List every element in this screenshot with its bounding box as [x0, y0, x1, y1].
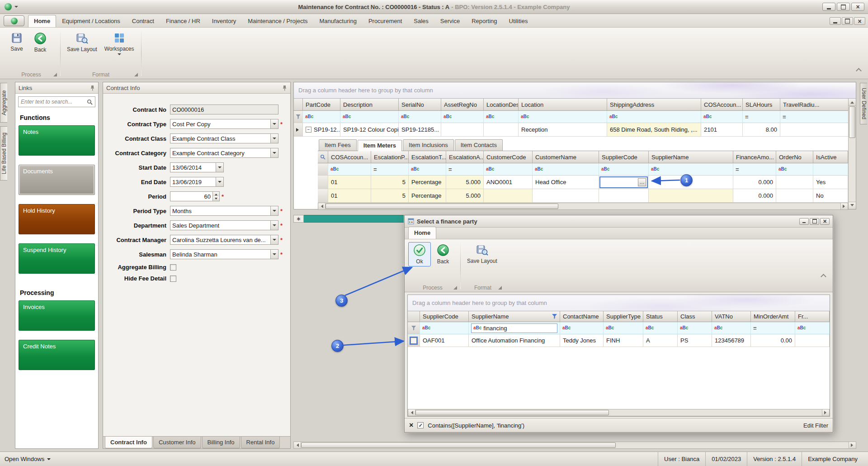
cell-suppliercode[interactable]: OAF001 — [420, 334, 469, 347]
column-header-suppliercode[interactable]: SupplierCode — [599, 151, 649, 163]
tab-home[interactable]: Home — [28, 15, 56, 27]
column-header-contactname[interactable]: ContactName — [560, 311, 604, 322]
column-header-partcode[interactable]: PartCode — [303, 99, 340, 111]
filter-cell-location[interactable] — [519, 111, 607, 123]
filter-cell-travelradius[interactable] — [780, 111, 856, 123]
supplier-row-select-cell[interactable] — [408, 334, 420, 347]
credit-notes-button[interactable]: Credit Notes — [19, 340, 95, 370]
filter-cell[interactable] — [328, 163, 371, 176]
cell-escalationp[interactable]: 5 — [371, 176, 409, 189]
tab-finance-hr[interactable]: Finance / HR — [160, 15, 206, 27]
cell-description[interactable]: SP19-12 Colour Copier — [340, 123, 399, 137]
filter-cell-assetregno[interactable] — [441, 111, 484, 123]
cell-location[interactable]: Reception — [519, 123, 607, 137]
tab-item-contacts[interactable]: Item Contacts — [455, 139, 503, 151]
filter-cell-fr[interactable] — [795, 322, 830, 334]
dropdown-arrow-icon[interactable] — [270, 250, 278, 259]
tab-service[interactable]: Service — [434, 15, 466, 27]
dialog-horizontal-scrollbar[interactable] — [408, 409, 830, 416]
column-header-orderno[interactable]: OrderNo — [776, 151, 813, 163]
column-header-cosaccount[interactable]: COSAccoun... — [701, 99, 743, 111]
cell-orderno[interactable] — [776, 176, 813, 189]
invoices-button[interactable]: Invoices — [19, 300, 95, 331]
ok-button[interactable]: Ok — [408, 242, 431, 266]
column-header-escalationa[interactable]: EscalationA... — [446, 151, 484, 163]
cell-cosaccount[interactable]: 2101 — [701, 123, 743, 137]
filter-cell-suppliercode[interactable] — [420, 322, 469, 334]
column-header-vatno[interactable]: VATNo — [712, 311, 751, 322]
column-header-serialno[interactable]: SerialNo — [399, 99, 441, 111]
column-header-customername[interactable]: CustomerName — [533, 151, 599, 163]
spin-down-icon[interactable] — [213, 196, 219, 201]
equipment-row[interactable]: SP19-12... SP19-12 Colour Copier SP19-12… — [294, 123, 856, 137]
filter-cell-serialno[interactable] — [399, 111, 441, 123]
pin-icon[interactable] — [90, 85, 95, 91]
group-dialog-launcher-icon[interactable] — [53, 73, 57, 76]
filter-cell[interactable] — [446, 163, 484, 176]
filter-cell-shippingaddress[interactable] — [607, 111, 701, 123]
column-header-suppliercode[interactable]: SupplierCode — [420, 311, 469, 322]
suspend-history-button[interactable]: Suspend History — [19, 243, 95, 274]
scroll-left-button[interactable] — [294, 442, 301, 448]
column-header-class[interactable]: Class — [678, 311, 712, 322]
save-button[interactable]: Save — [5, 30, 28, 54]
cell-serialno[interactable]: SP19-12185... — [399, 123, 441, 137]
scroll-up-button[interactable] — [849, 99, 856, 106]
contract-class-combo[interactable]: Example Contract Class — [170, 133, 278, 143]
aggregate-billing-checkbox[interactable] — [170, 264, 176, 271]
quick-access-dropdown-icon[interactable] — [14, 6, 18, 10]
sidebar-tab-aggregate[interactable]: Aggregate — [0, 83, 7, 123]
pin-icon[interactable] — [282, 85, 287, 91]
filter-cell-class[interactable] — [678, 322, 712, 334]
dropdown-arrow-icon[interactable] — [216, 177, 223, 186]
column-header-shippingaddress[interactable]: ShippingAddress — [607, 99, 701, 111]
dialog-tab-home[interactable]: Home — [408, 227, 436, 239]
suppliername-filter-input[interactable]: financing — [471, 323, 557, 333]
sidebar-tab-user-defined[interactable]: User Defined — [860, 83, 867, 124]
tab-reporting[interactable]: Reporting — [466, 15, 503, 27]
suppliercode-editor-cell[interactable] — [599, 176, 649, 189]
tab-rental-info[interactable]: Rental Info — [241, 437, 280, 448]
dialog-back-button[interactable]: Back — [432, 242, 454, 266]
cell-locationdesc[interactable] — [484, 123, 519, 137]
filter-cell[interactable] — [733, 163, 776, 176]
meters-horizontal-scrollbar[interactable] — [318, 203, 848, 210]
dialog-title-bar[interactable]: Select a finance party — [405, 215, 833, 228]
cell-customercode[interactable] — [484, 189, 533, 203]
hide-fee-detail-checkbox[interactable] — [170, 276, 176, 282]
mdi-close-button[interactable] — [854, 17, 865, 25]
filter-cell-slahours[interactable] — [743, 111, 780, 123]
cell-escalationp[interactable]: 5 — [371, 189, 409, 203]
column-header-customercode[interactable]: CustomerCode — [484, 151, 533, 163]
dialog-close-button[interactable] — [820, 218, 830, 225]
meters-search-header[interactable] — [318, 151, 328, 163]
cell-fr[interactable] — [795, 334, 830, 347]
cell-partcode[interactable]: SP19-12... — [303, 123, 340, 137]
save-layout-button[interactable]: Save Layout — [64, 30, 100, 54]
cell-cosaccount[interactable]: 01 — [328, 176, 371, 189]
tab-billing-info[interactable]: Billing Info — [202, 437, 240, 448]
group-by-panel[interactable]: Drag a column header here to group by th… — [294, 82, 856, 99]
filter-cell-suppliertype[interactable] — [604, 322, 643, 334]
filter-cell[interactable] — [371, 163, 409, 176]
mdi-minimize-button[interactable] — [830, 17, 841, 25]
column-header-escalationp[interactable]: EscalationP... — [371, 151, 409, 163]
column-header-suppliername[interactable]: SupplierName — [469, 311, 560, 322]
tab-item-meters[interactable]: Item Meters — [358, 140, 402, 151]
scroll-down-button[interactable] — [849, 202, 856, 209]
ribbon-collapse-button[interactable] — [854, 67, 863, 74]
application-menu-button[interactable] — [4, 15, 24, 26]
collapse-detail-icon[interactable] — [306, 127, 311, 133]
tab-item-inclusions[interactable]: Item Inclusions — [403, 139, 454, 151]
column-header-escalationt[interactable]: EscalationT... — [409, 151, 446, 163]
cell-slahours[interactable]: 8.00 — [743, 123, 780, 137]
meters-row-1[interactable]: 01 5 Percentage 5.000 ANO0001 Head Offic… — [318, 176, 848, 189]
cell-isactive[interactable]: Yes — [813, 176, 848, 189]
row-select-checkbox[interactable] — [410, 338, 417, 344]
filter-cell[interactable] — [484, 163, 533, 176]
tab-customer-info[interactable]: Customer Info — [153, 437, 201, 448]
column-header-suppliertype[interactable]: SupplierType — [604, 311, 643, 322]
ellipsis-lookup-button[interactable] — [638, 178, 646, 186]
dialog-minimize-button[interactable] — [799, 218, 809, 225]
cell-cosaccount[interactable]: 01 — [328, 189, 371, 203]
